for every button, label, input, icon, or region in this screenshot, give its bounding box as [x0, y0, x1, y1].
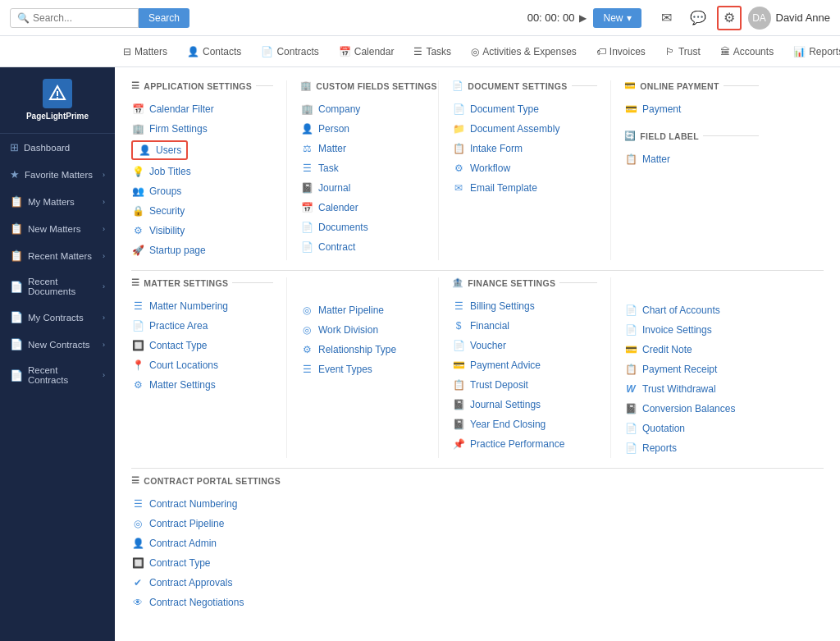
calender-item[interactable]: 📅 Calender — [300, 198, 425, 217]
matter-custom-item[interactable]: ⚖ Matter — [300, 139, 425, 158]
header-icons: ✉ 💬 ⚙ DA David Anne — [655, 6, 831, 30]
contract-negotiations-item[interactable]: 👁 Contract Negotiations — [131, 593, 274, 612]
document-assembly-item[interactable]: 📁 Document Assembly — [452, 119, 597, 139]
contract-admin-item[interactable]: 👤 Contract Admin — [131, 533, 274, 553]
chart-of-accounts-item[interactable]: 📄 Chart of Accounts — [624, 300, 759, 320]
recent-contracts-icon: 📄 — [10, 369, 23, 382]
nav-contracts[interactable]: 📄 Contracts — [253, 39, 326, 64]
sidebar-item-new-matters[interactable]: 📋New Matters › — [0, 215, 115, 242]
timer-area: 00: 00: 00 ▶ — [527, 11, 587, 24]
voucher-item[interactable]: 📄 Voucher — [452, 336, 597, 355]
security-icon: 🔒 — [131, 205, 144, 217]
matter-numbering-item[interactable]: ☰ Matter Numbering — [131, 296, 273, 316]
workflow-item[interactable]: ⚙ Workflow — [452, 158, 597, 178]
nav-reports[interactable]: 📊 Reports — [785, 39, 840, 64]
startup-page-item[interactable]: 🚀 Startup page — [131, 240, 273, 260]
search-button[interactable]: Search — [139, 8, 189, 28]
user-area[interactable]: DA David Anne — [748, 7, 831, 30]
nav-contacts[interactable]: 👤 Contacts — [179, 39, 249, 64]
security-item[interactable]: 🔒 Security — [131, 201, 273, 221]
nav-accounts[interactable]: 🏛 Accounts — [712, 39, 782, 64]
logo-text: PageLightPrime — [26, 112, 89, 121]
body-wrap: PageLightPrime ⊞Dashboard ★Favorite Matt… — [0, 67, 840, 641]
company-item[interactable]: 🏢 Company — [300, 99, 425, 119]
search-input[interactable] — [33, 12, 131, 24]
contract-type-item[interactable]: 🔲 Contract Type — [131, 553, 274, 573]
practice-area-item[interactable]: 📄 Practice Area — [131, 316, 273, 336]
contact-type-item[interactable]: 🔲 Contact Type — [131, 336, 273, 355]
sidebar-item-favorite-matters[interactable]: ★Favorite Matters › — [0, 161, 115, 188]
event-types-item[interactable]: ☰ Event Types — [300, 359, 425, 379]
mail-button[interactable]: ✉ — [655, 6, 679, 30]
nav-invoices[interactable]: 🏷 Invoices — [588, 39, 654, 64]
nav-tasks[interactable]: ☰ Tasks — [405, 39, 459, 64]
practice-performance-item[interactable]: 📌 Practice Performance — [452, 434, 597, 454]
sidebar-item-recent-contracts[interactable]: 📄Recent Contracts › — [0, 358, 115, 392]
payment-receipt-item[interactable]: 📋 Payment Receipt — [624, 359, 759, 379]
custom-fields-section: 🏢 CUSTOM FIELDS SETTINGS 🏢 Company 👤 Per… — [287, 80, 439, 260]
matter-field-label-item[interactable]: 📋 Matter — [624, 149, 759, 169]
sidebar-item-dashboard[interactable]: ⊞Dashboard — [0, 134, 115, 161]
reports-finance-item[interactable]: 📄 Reports — [624, 438, 759, 458]
contract-portal-title: ☰ CONTRACT PORTAL SETTINGS — [131, 475, 274, 486]
gear-button[interactable]: ⚙ — [717, 6, 742, 30]
users-item[interactable]: 👤 Users — [131, 140, 188, 160]
sidebar-item-my-matters[interactable]: 📋My Matters › — [0, 188, 115, 215]
court-locations-item[interactable]: 📍 Court Locations — [131, 355, 273, 375]
journal-item[interactable]: 📓 Journal — [300, 178, 425, 198]
work-division-item[interactable]: ◎ Work Division — [300, 320, 425, 340]
contract-pipeline-item[interactable]: ◎ Contract Pipeline — [131, 514, 274, 533]
calendar-filter-item[interactable]: 📅 Calendar Filter — [131, 99, 273, 119]
billing-settings-item[interactable]: ☰ Billing Settings — [452, 296, 597, 316]
sidebar-item-recent-documents[interactable]: 📄Recent Documents › — [0, 269, 115, 304]
nav-matters[interactable]: ⊟ Matters — [115, 39, 176, 64]
nav-trust[interactable]: 🏳 Trust — [657, 39, 709, 64]
invoice-settings-item[interactable]: 📄 Invoice Settings — [624, 320, 759, 340]
job-titles-item[interactable]: 💡 Job Titles — [131, 162, 273, 181]
matter-pipeline-item[interactable]: ◎ Matter Pipeline — [300, 300, 425, 320]
sidebar-item-recent-matters[interactable]: 📋Recent Matters › — [0, 242, 115, 269]
documents-icon: 📄 — [300, 222, 313, 233]
quotation-item[interactable]: 📄 Quotation — [624, 419, 759, 438]
task-item[interactable]: ☰ Task — [300, 158, 425, 178]
visibility-item[interactable]: ⚙ Visibility — [131, 221, 273, 240]
journal-settings-item[interactable]: 📓 Journal Settings — [452, 395, 597, 414]
journal-icon: 📓 — [300, 182, 313, 194]
event-types-icon: ☰ — [300, 364, 313, 375]
matter-settings-item[interactable]: ⚙ Matter Settings — [131, 375, 273, 395]
contract-numbering-item[interactable]: ☰ Contract Numbering — [131, 494, 274, 514]
trust-deposit-item[interactable]: 📋 Trust Deposit — [452, 375, 597, 395]
year-end-closing-item[interactable]: 📓 Year End Closing — [452, 414, 597, 434]
sidebar-item-my-contracts[interactable]: 📄My Contracts › — [0, 304, 115, 331]
payment-advice-item[interactable]: 💳 Payment Advice — [452, 355, 597, 375]
nav-activities[interactable]: ◎ Activities & Expenses — [463, 39, 585, 64]
chevron-right-icon: › — [103, 314, 105, 322]
intake-form-item[interactable]: 📋 Intake Form — [452, 139, 597, 158]
email-template-item[interactable]: ✉ Email Template — [452, 178, 597, 198]
firm-settings-item[interactable]: 🏢 Firm Settings — [131, 119, 273, 139]
nav-calendar[interactable]: 📅 Calendar — [331, 39, 403, 64]
new-button[interactable]: New ▾ — [593, 8, 641, 28]
chat-button[interactable]: 💬 — [686, 6, 710, 30]
play-button[interactable]: ▶ — [579, 12, 587, 24]
custom-fields-title: 🏢 CUSTOM FIELDS SETTINGS — [300, 80, 425, 91]
practice-performance-icon: 📌 — [452, 438, 465, 450]
chevron-right-icon: › — [103, 252, 105, 260]
document-type-item[interactable]: 📄 Document Type — [452, 99, 597, 119]
payment-item[interactable]: 💳 Payment — [624, 99, 759, 119]
nav-bar: ⊟ Matters 👤 Contacts 📄 Contracts 📅 Calen… — [0, 36, 840, 67]
accounts-icon: 🏛 — [720, 46, 730, 57]
person-item[interactable]: 👤 Person — [300, 119, 425, 139]
sidebar-item-new-contracts[interactable]: 📄New Contracts › — [0, 331, 115, 358]
documents-item[interactable]: 📄 Documents — [300, 217, 425, 237]
groups-icon: 👥 — [131, 185, 144, 197]
trust-withdrawal-item[interactable]: W Trust Withdrawal — [624, 379, 759, 399]
groups-item[interactable]: 👥 Groups — [131, 181, 273, 201]
financial-item[interactable]: $ Financial — [452, 316, 597, 336]
conversion-balances-item[interactable]: 📓 Conversion Balances — [624, 399, 759, 419]
contract-approvals-item[interactable]: ✔ Contract Approvals — [131, 573, 274, 593]
contract-custom-item[interactable]: 📄 Contract — [300, 237, 425, 257]
relationship-type-item[interactable]: ⚙ Relationship Type — [300, 340, 425, 359]
chart-of-accounts-icon: 📄 — [624, 304, 637, 316]
credit-note-item[interactable]: 💳 Credit Note — [624, 340, 759, 359]
